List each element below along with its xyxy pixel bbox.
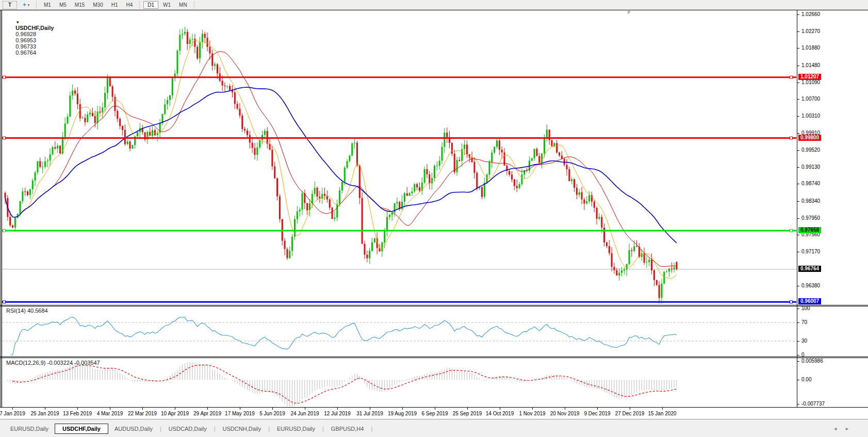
chart-tab-USDCAD-Daily[interactable]: USDCAD,Daily (162, 424, 213, 433)
chart-tab-EURUSD-Daily[interactable]: EURUSD,Daily (271, 424, 321, 433)
axis-tick (797, 66, 799, 66)
objects-tool-button[interactable]: ✦ ▾ (19, 2, 32, 9)
text-tool-button[interactable]: T (3, 1, 17, 9)
tabs-right-arrow-icon[interactable]: ► (845, 426, 857, 431)
rsi-axis-label: 70 (801, 319, 807, 325)
objects-tool-icon: ✦ (22, 2, 27, 8)
moving-average-ma_mid (5, 52, 677, 267)
timeframe-button-H4[interactable]: H4 (123, 2, 137, 8)
price-axis-label: 1.01480 (801, 62, 820, 68)
time-axis-tick (500, 408, 500, 410)
hline-price-label: 0.96007 (798, 298, 821, 304)
hline-price-label: 0.99800 (798, 135, 821, 141)
time-axis-tick (207, 408, 208, 410)
moving-average-ma_fast (5, 40, 677, 279)
chart-tab-USDCNH-Daily[interactable]: USDCNH,Daily (217, 424, 268, 433)
timeframe-button-M15[interactable]: M15 (71, 2, 88, 8)
macd-panel[interactable]: MACD(12,26,9) -0.003224 -0.003547 (0, 358, 797, 407)
time-axis-tick (370, 408, 370, 410)
timeframe-button-MN[interactable]: MN (175, 2, 191, 8)
rsi-indicator-chart[interactable] (0, 306, 797, 357)
timeframe-button-M5[interactable]: M5 (56, 2, 70, 8)
tabs-left-arrow-icon[interactable]: ◄ (833, 426, 845, 431)
panel-separator[interactable] (0, 357, 868, 357)
timeframe-button-H1[interactable]: H1 (108, 2, 122, 8)
macd-axis-label: 0.00 (801, 377, 811, 382)
axis-tick (797, 184, 799, 184)
toolbar: T ✦ ▾ M1M5M15M30H1H4D1W1MN (0, 0, 868, 10)
time-axis-tick (435, 408, 435, 410)
time-axis-tick (402, 408, 403, 410)
chart-tab-USDCHF-Daily[interactable]: USDCHF,Daily (55, 424, 108, 434)
ohlc-low: 0.96733 (15, 43, 36, 50)
price-axis-label: 0.99520 (801, 147, 820, 153)
axis-tick (797, 341, 799, 342)
toolbar-separator (139, 2, 140, 9)
price-axis-label: 0.98740 (801, 181, 820, 186)
moving-average-ma_slow (5, 87, 677, 243)
axis-tick (797, 133, 799, 134)
chart-tab-bar: EURUSD,DailyUSDCHF,DailyAUDUSD,Daily|USD… (0, 419, 868, 437)
main-chart-panel[interactable]: ▼ USDCHF,Daily 0.96928 0.96953 0.96733 0… (0, 10, 797, 305)
tab-separator: | (213, 426, 217, 432)
price-axis-label: 1.01880 (801, 45, 820, 51)
time-axis[interactable]: 7 Jan 201925 Jan 201913 Feb 20194 Mar 20… (0, 408, 868, 419)
axis-tick (797, 31, 799, 32)
current-price-label: 0.96764 (798, 266, 821, 272)
axis-tick (797, 322, 799, 323)
ohlc-close: 0.96764 (15, 50, 36, 56)
axis-tick (797, 48, 799, 48)
macd-axis-label: -0.007737 (801, 401, 825, 407)
price-axis-label: 0.97170 (801, 249, 820, 254)
axis-tick (797, 380, 799, 380)
chart-dropdown-caret-icon[interactable]: ▼ (15, 20, 20, 25)
toolbar-separator (194, 2, 195, 9)
axis-tick (797, 201, 799, 202)
tab-separator: | (370, 426, 373, 432)
macd-indicator-chart[interactable] (0, 358, 797, 407)
time-axis-tick (142, 408, 143, 410)
axis-tick (797, 14, 799, 15)
axis-tick (797, 235, 799, 235)
timeframe-button-W1[interactable]: W1 (159, 2, 174, 8)
axis-tick (797, 167, 799, 168)
tab-scroll-arrows[interactable]: ◄► (833, 426, 857, 431)
axis-tick (797, 286, 799, 286)
price-axis-label: 1.02660 (801, 11, 820, 17)
axis-tick (797, 150, 799, 151)
time-axis-tick (240, 408, 240, 410)
time-axis-tick (272, 408, 273, 410)
axis-tick (797, 99, 799, 100)
plot-border-left (2, 10, 2, 408)
time-axis-label: 15 Jan 2020 (642, 411, 683, 416)
price-axis-label: 0.97950 (801, 215, 820, 221)
ohlc-open: 0.96928 (15, 31, 36, 37)
price-axis-label: 1.00700 (801, 96, 820, 102)
axis-tick (797, 218, 799, 219)
window-border-top (0, 10, 868, 10)
timeframe-button-M1[interactable]: M1 (40, 2, 55, 8)
tab-separator: | (267, 426, 271, 432)
candlestick-chart[interactable] (0, 10, 797, 305)
time-axis-tick (12, 408, 13, 410)
price-axis-label: 0.96380 (801, 283, 820, 288)
axis-tick (797, 252, 799, 252)
time-axis-tick (565, 408, 565, 410)
price-axis-label: 0.98340 (801, 198, 820, 204)
timeframe-button-M30[interactable]: M30 (89, 2, 106, 8)
chart-tab-AUDUSD-Daily[interactable]: AUDUSD,Daily (108, 424, 159, 433)
scroll-to-end-marker[interactable] (628, 9, 631, 14)
panel-separator[interactable] (0, 358, 868, 358)
panel-separator[interactable] (0, 306, 868, 306)
panel-separator[interactable] (0, 305, 868, 305)
objects-dropdown-caret-icon[interactable]: ▾ (28, 3, 30, 7)
chart-tab-GBPUSD-H4[interactable]: GBPUSD,H4 (325, 424, 370, 433)
rsi-panel[interactable]: RSI(14) 40.5684 (0, 306, 797, 357)
mt4-window: T ✦ ▾ M1M5M15M30H1H4D1W1MN ▼ USDCHF,Dail… (0, 0, 868, 437)
time-axis-tick (45, 408, 45, 410)
axis-tick (797, 309, 799, 309)
time-axis-tick (175, 408, 175, 410)
chart-tab-EURUSD-Daily[interactable]: EURUSD,Daily (4, 424, 55, 433)
chart-title: ▼ USDCHF,Daily 0.96928 0.96953 0.96733 0… (6, 12, 55, 62)
timeframe-button-D1[interactable]: D1 (143, 1, 158, 9)
